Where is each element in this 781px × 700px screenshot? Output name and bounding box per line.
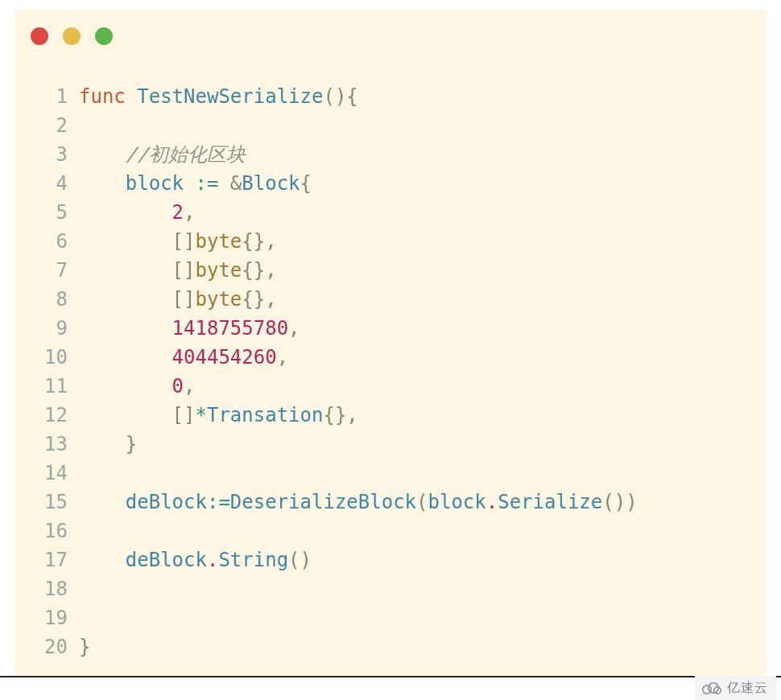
- line-number: 17: [14, 546, 79, 574]
- code-line: 7 []byte{},: [14, 256, 767, 285]
- code-token: [79, 172, 126, 195]
- code-line: 3 //初始化区块: [14, 140, 767, 169]
- line-number: 20: [14, 632, 79, 661]
- code-token: 404454260: [172, 346, 277, 369]
- line-content: [79, 517, 767, 546]
- line-content: [79, 574, 767, 603]
- code-line: 5 2,: [14, 198, 767, 227]
- code-token: [79, 549, 126, 571]
- code-token: Block: [242, 172, 300, 195]
- code-token: Transation: [207, 404, 324, 426]
- line-number: 14: [14, 459, 79, 488]
- code-token: []: [79, 230, 196, 253]
- line-number: 16: [14, 517, 79, 546]
- code-token: [79, 143, 126, 166]
- line-number: 5: [14, 198, 79, 227]
- code-line: 17 deBlock.String(): [14, 546, 767, 574]
- code-line: 20}: [14, 632, 767, 661]
- code-token: [218, 172, 229, 195]
- code-token: {},: [242, 259, 276, 282]
- code-line: 9 1418755780,: [14, 314, 767, 343]
- code-token: Serialize: [498, 491, 602, 513]
- code-line: 8 []byte{},: [14, 285, 767, 314]
- code-token: [79, 317, 172, 340]
- line-number: 13: [14, 430, 79, 459]
- page: 1func TestNewSerialize(){23 //初始化区块4 blo…: [0, 0, 781, 700]
- line-number: 18: [14, 574, 79, 603]
- code-token: (): [288, 549, 312, 571]
- line-content: block := &Block{: [79, 169, 767, 198]
- code-token: DeserializeBlock: [230, 491, 416, 513]
- line-content: 404454260,: [79, 343, 767, 372]
- code-line: 10 404454260,: [14, 343, 767, 372]
- line-content: }: [79, 632, 767, 661]
- code-token: TestNewSerialize: [137, 85, 323, 108]
- line-content: 2,: [79, 198, 767, 227]
- code-line: 1func TestNewSerialize(){: [14, 82, 767, 111]
- line-content: //初始化区块: [79, 140, 767, 169]
- line-content: func TestNewSerialize(){: [79, 82, 767, 111]
- divider: [0, 676, 781, 677]
- code-token: *: [196, 404, 207, 426]
- line-number: 9: [14, 314, 79, 343]
- svg-point-1: [709, 683, 718, 693]
- line-content: 0,: [79, 372, 767, 401]
- line-content: []byte{},: [79, 285, 767, 314]
- code-token: {},: [242, 288, 276, 311]
- line-content: []byte{},: [79, 227, 767, 256]
- code-token: {},: [323, 404, 357, 426]
- line-content: [79, 603, 767, 632]
- line-number: 12: [14, 401, 79, 430]
- code-token: 2: [172, 201, 184, 224]
- code-token: ()): [602, 491, 637, 513]
- line-number: 6: [14, 227, 79, 256]
- code-token: 1418755780: [172, 317, 289, 340]
- line-number: 2: [14, 111, 79, 140]
- line-content: 1418755780,: [79, 314, 767, 343]
- line-content: deBlock:=DeserializeBlock(block.Serializ…: [79, 488, 767, 517]
- code-line: 19: [14, 603, 767, 632]
- code-line: 13 }: [14, 430, 767, 459]
- line-content: [79, 111, 767, 140]
- line-number: 10: [14, 343, 79, 372]
- code-token: :=: [207, 491, 230, 513]
- line-number: 1: [14, 82, 79, 111]
- line-number: 3: [14, 140, 79, 169]
- code-line: 6 []byte{},: [14, 227, 767, 256]
- line-number: 11: [14, 372, 79, 401]
- code-line: 12 []*Transation{},: [14, 401, 767, 430]
- code-token: (: [416, 491, 428, 513]
- code-line: 4 block := &Block{: [14, 169, 767, 198]
- code-token: [184, 172, 195, 195]
- code-token: []: [79, 288, 196, 311]
- code-token: //初始化区块: [126, 143, 246, 166]
- code-token: func: [79, 85, 126, 108]
- watermark-text: 亿速云: [727, 680, 768, 697]
- code-token: {: [300, 172, 312, 195]
- code-line: 2: [14, 111, 767, 140]
- code-token: byte: [196, 288, 242, 311]
- line-content: []*Transation{},: [79, 401, 767, 430]
- code-line: 11 0,: [14, 372, 767, 401]
- code-card: 1func TestNewSerialize(){23 //初始化区块4 blo…: [14, 10, 767, 676]
- code-token: ,: [277, 346, 288, 369]
- code-token: [79, 375, 172, 397]
- code-token: :=: [196, 172, 219, 195]
- code-token: }: [79, 433, 137, 455]
- code-token: String: [218, 549, 288, 571]
- code-line: 16: [14, 517, 767, 546]
- code-token: []: [79, 259, 196, 282]
- cloud-icon: [700, 681, 722, 695]
- line-number: 19: [14, 603, 79, 632]
- code-token: [79, 346, 172, 369]
- code-token: ,: [184, 201, 195, 224]
- code-token: ,: [288, 317, 300, 340]
- line-content: [79, 459, 767, 488]
- code-line: 15 deBlock:=DeserializeBlock(block.Seria…: [14, 488, 767, 517]
- maximize-icon: [95, 27, 113, 45]
- code-line: 14: [14, 459, 767, 488]
- window-traffic-lights: [31, 27, 113, 45]
- minimize-icon: [63, 27, 81, 45]
- code-token: 0: [172, 375, 184, 397]
- code-token: }: [79, 636, 90, 658]
